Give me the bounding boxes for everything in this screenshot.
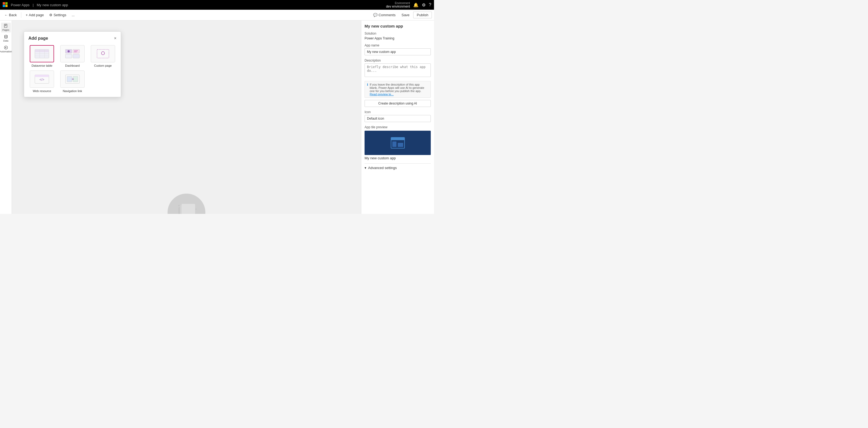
svg-rect-26 <box>35 75 49 77</box>
back-arrow-icon: ← <box>4 13 8 17</box>
add-page-button[interactable]: + Add page <box>24 12 46 18</box>
more-button[interactable]: ... <box>69 12 77 18</box>
description-textarea[interactable] <box>365 63 431 77</box>
settings-button[interactable]: ⚙ Settings <box>47 12 68 18</box>
publish-button[interactable]: Publish <box>413 11 432 19</box>
svg-rect-18 <box>74 52 77 52</box>
description-info-box: ℹ If you leave the description of this a… <box>365 81 431 98</box>
sidebar-item-pages[interactable]: Pages <box>1 23 11 32</box>
dashboard-icon <box>64 48 81 59</box>
topbar-right: Environment dev environment 🔔 ⚙ ? <box>386 2 431 8</box>
svg-rect-19 <box>97 50 109 58</box>
svg-rect-7 <box>35 50 49 52</box>
environment-info: Environment dev environment <box>386 2 410 8</box>
comments-button[interactable]: 💬 Comments <box>371 12 398 18</box>
solution-field-group: Solution Power Apps Training <box>365 32 431 40</box>
add-page-modal-overlay: Add page × <box>24 31 121 97</box>
tile-preview-group: App tile preview My new custom app <box>365 125 431 160</box>
advanced-settings[interactable]: ▾ Advanced settings <box>365 163 431 170</box>
separator: | <box>33 3 33 7</box>
automation-icon <box>4 45 8 50</box>
web-resource-label: Web resource <box>33 89 51 93</box>
web-resource-icon: </> <box>34 74 50 85</box>
tile-preview-label: App tile preview <box>365 125 431 129</box>
microsoft-logo <box>3 2 8 7</box>
modal-item-dashboard[interactable]: Dashboard <box>59 45 86 67</box>
save-button[interactable]: Save <box>399 12 412 18</box>
modal-item-custom-page[interactable]: Custom page <box>89 45 117 67</box>
web-resource-icon-box: </> <box>30 70 54 88</box>
environment-value: dev environment <box>386 5 410 8</box>
data-icon <box>4 35 8 39</box>
modal-item-navigation-link[interactable]: Navigation link <box>59 70 86 93</box>
right-panel-title: My new custom app <box>365 24 431 28</box>
ms-logo-area: Power Apps | My new custom app <box>3 2 69 7</box>
advanced-settings-chevron-icon: ▾ <box>365 166 367 170</box>
dataverse-table-icon <box>34 48 50 59</box>
app-name-field-group: App name <box>365 43 431 55</box>
tile-app-name: My new custom app <box>365 156 431 160</box>
save-label: Save <box>402 13 410 17</box>
description-label: Description <box>365 59 431 62</box>
app-brand: Power Apps | My new custom app <box>10 3 69 7</box>
dashboard-label: Dashboard <box>65 64 80 67</box>
top-bar: Power Apps | My new custom app Environme… <box>0 0 434 10</box>
svg-point-16 <box>67 50 70 53</box>
svg-rect-3 <box>5 26 6 26</box>
canvas-empty-state: ✦ ✦ ✦ Start by adding a page to your nav… <box>152 194 221 214</box>
navigation-link-icon-box <box>60 70 85 88</box>
svg-text:✦: ✦ <box>178 204 180 207</box>
modal-title: Add page <box>28 36 48 41</box>
dataverse-table-label: Dataverse table <box>32 64 53 67</box>
modal-item-dataverse-table[interactable]: Dataverse table <box>28 45 56 67</box>
dashboard-icon-box <box>60 45 85 62</box>
comment-icon: 💬 <box>373 13 377 17</box>
toolbar-right-actions: 💬 Comments Save Publish <box>371 11 432 19</box>
solution-label: Solution <box>365 32 431 35</box>
modal-item-web-resource[interactable]: </> Web resource <box>28 70 56 93</box>
svg-text:</>: </> <box>40 78 44 81</box>
modal-header: Add page × <box>28 36 117 41</box>
app-name-label: App name <box>365 43 431 47</box>
sidebar-icons: Pages Data Automation 👤 <box>0 21 12 214</box>
icon-input[interactable] <box>365 115 431 122</box>
help-icon[interactable]: ? <box>429 2 431 7</box>
svg-rect-45 <box>398 143 403 147</box>
modal-items-grid: Dataverse table <box>28 45 117 93</box>
icon-field-group: Icon <box>365 110 431 122</box>
modal-close-button[interactable]: × <box>114 36 117 41</box>
canvas-icon: ✦ ✦ ✦ <box>167 194 206 214</box>
stacked-pages-icon: ✦ ✦ ✦ <box>176 202 197 214</box>
info-link[interactable]: Read preview te... <box>370 93 394 96</box>
notification-icon[interactable]: 🔔 <box>413 2 418 7</box>
sidebar-item-automation[interactable]: Automation <box>1 44 11 54</box>
solution-value: Power Apps Training <box>365 36 431 40</box>
svg-rect-13 <box>73 50 80 53</box>
info-text: If you leave the description of this app… <box>370 83 428 96</box>
comments-label: Comments <box>379 13 396 17</box>
environment-label: Environment <box>386 2 410 5</box>
power-apps-label: Power Apps <box>11 3 29 7</box>
publish-label: Publish <box>417 13 428 17</box>
back-button[interactable]: ← Back <box>2 12 19 18</box>
create-description-button[interactable]: Create description using AI <box>365 100 431 107</box>
svg-rect-35 <box>182 204 195 214</box>
svg-rect-44 <box>392 141 397 147</box>
svg-rect-14 <box>65 54 72 58</box>
svg-point-4 <box>5 35 7 36</box>
svg-rect-29 <box>67 76 72 82</box>
canvas-area: Add page × <box>12 21 361 214</box>
plus-icon: + <box>26 13 28 17</box>
icon-label: Icon <box>365 110 431 114</box>
svg-text:✦: ✦ <box>195 208 197 210</box>
pages-label: Pages <box>2 29 9 31</box>
sidebar-item-data[interactable]: Data <box>1 33 11 43</box>
svg-rect-1 <box>5 25 6 25</box>
automation-label: Automation <box>0 50 12 53</box>
settings-icon[interactable]: ⚙ <box>422 2 426 7</box>
tile-preview <box>365 131 431 155</box>
svg-rect-15 <box>73 54 80 58</box>
create-desc-label: Create description using AI <box>378 102 417 105</box>
custom-page-icon-box <box>91 45 115 62</box>
app-name-input[interactable] <box>365 48 431 55</box>
